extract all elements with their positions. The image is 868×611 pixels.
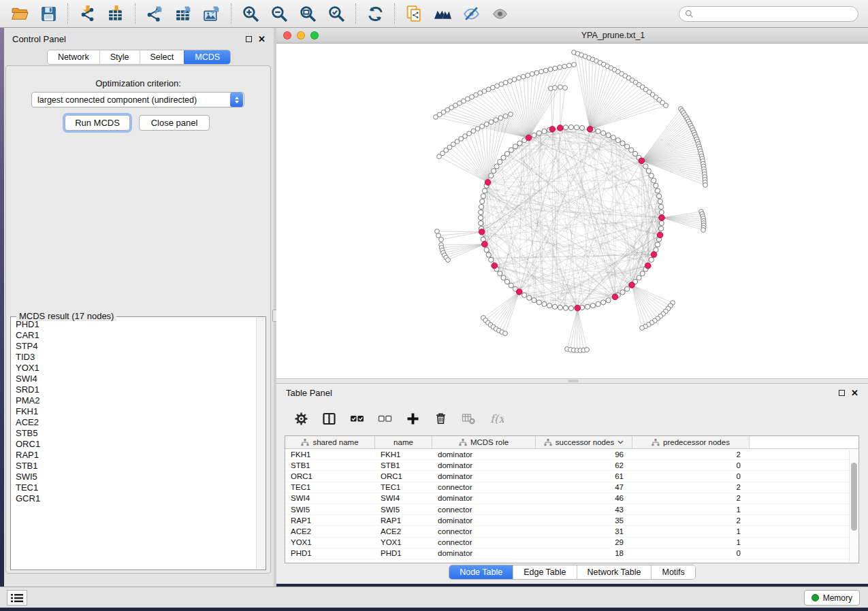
network-node[interactable] — [640, 326, 645, 331]
network-node[interactable] — [542, 129, 547, 133]
mcds-dominator-node[interactable] — [485, 180, 491, 186]
network-node[interactable] — [658, 204, 663, 209]
network-node[interactable] — [494, 164, 499, 169]
list-item[interactable]: GCR1 — [12, 493, 256, 504]
close-panel-button[interactable]: Close panel — [139, 115, 210, 131]
network-node[interactable] — [563, 86, 568, 90]
mcds-dominator-node[interactable] — [587, 127, 593, 133]
mcds-dominator-node[interactable] — [645, 263, 651, 269]
network-node[interactable] — [596, 301, 600, 306]
table-row[interactable]: TEC1TEC1connector472 — [285, 482, 858, 493]
tab-network[interactable]: Network — [48, 50, 99, 64]
network-node[interactable] — [547, 303, 552, 308]
network-node[interactable] — [585, 304, 590, 309]
task-history-button[interactable] — [7, 590, 27, 606]
network-node[interactable] — [534, 71, 539, 76]
table-row[interactable]: YOX1YOX1connector291 — [285, 538, 858, 548]
list-item[interactable]: FKH1 — [12, 406, 256, 417]
search-input[interactable] — [698, 9, 852, 18]
network-node[interactable] — [495, 84, 500, 88]
network-node[interactable] — [643, 164, 648, 169]
column-header-MCDS-role[interactable]: MCDS role — [432, 436, 536, 448]
search-field[interactable] — [679, 6, 858, 22]
close-panel-icon[interactable]: ✕ — [258, 35, 266, 44]
list-item[interactable]: STP4 — [12, 341, 256, 352]
table-row[interactable]: STB1STB1dominator620 — [285, 460, 858, 471]
result-list-scrollbar[interactable] — [256, 318, 265, 569]
network-node[interactable] — [475, 127, 480, 131]
list-item[interactable]: PHD1 — [12, 319, 256, 330]
network-node[interactable] — [536, 300, 541, 305]
network-node[interactable] — [649, 174, 654, 178]
column-header-successor-nodes[interactable]: successor nodes — [536, 436, 632, 448]
list-item[interactable]: ACE2 — [12, 417, 256, 428]
network-node[interactable] — [596, 129, 600, 133]
settings-button[interactable] — [293, 410, 309, 427]
list-item[interactable]: SRD1 — [12, 384, 256, 395]
network-node[interactable] — [498, 271, 502, 276]
network-node[interactable] — [521, 74, 526, 79]
network-node[interactable] — [489, 174, 494, 178]
network-node[interactable] — [629, 148, 634, 152]
list-item[interactable]: PMA2 — [12, 395, 256, 406]
network-node[interactable] — [601, 131, 606, 135]
float-panel-icon[interactable] — [246, 36, 252, 42]
zoom-in-button[interactable] — [236, 2, 265, 25]
list-item[interactable]: RAP1 — [12, 450, 256, 461]
network-node[interactable] — [632, 151, 637, 156]
network-node[interactable] — [480, 124, 485, 129]
export-image-button[interactable] — [197, 2, 226, 25]
tab-edge-table[interactable]: Edge Table — [513, 565, 576, 579]
tab-network-table[interactable]: Network Table — [577, 565, 652, 579]
network-node[interactable] — [478, 215, 483, 220]
splitter-grip[interactable] — [568, 380, 579, 382]
network-node[interactable] — [624, 144, 629, 149]
hide-selected-button[interactable] — [457, 2, 485, 25]
network-node[interactable] — [539, 69, 544, 74]
network-node[interactable] — [657, 194, 662, 199]
network-node[interactable] — [522, 293, 527, 297]
column-header-predecessor-nodes[interactable]: predecessor nodes — [632, 436, 750, 448]
network-node[interactable] — [517, 76, 521, 80]
deselect-all-button[interactable] — [376, 410, 393, 427]
network-node[interactable] — [467, 131, 472, 136]
mcds-dominator-node[interactable] — [492, 263, 498, 269]
close-panel-icon[interactable]: ✕ — [851, 389, 858, 397]
network-node[interactable] — [568, 306, 573, 310]
table-row[interactable]: RAP1RAP1dominator352 — [285, 515, 858, 526]
network-node[interactable] — [655, 242, 660, 247]
network-node[interactable] — [501, 276, 506, 280]
mcds-dominator-node[interactable] — [557, 125, 563, 131]
list-item[interactable]: SWI4 — [12, 374, 256, 384]
network-node[interactable] — [530, 71, 534, 76]
network-node[interactable] — [513, 144, 517, 149]
network-node[interactable] — [703, 183, 708, 188]
mcds-dominator-node[interactable] — [659, 215, 665, 221]
export-table-button[interactable] — [169, 2, 197, 25]
select-all-button[interactable] — [349, 410, 365, 427]
delete-table-button[interactable] — [460, 410, 477, 427]
network-node[interactable] — [572, 63, 577, 67]
float-panel-icon[interactable] — [839, 390, 845, 396]
network-node[interactable] — [532, 298, 536, 303]
table-row[interactable]: ACE2ACE2connector311 — [285, 526, 858, 537]
network-node[interactable] — [615, 138, 620, 143]
network-node[interactable] — [658, 226, 663, 231]
network-node[interactable] — [558, 305, 562, 310]
network-node[interactable] — [501, 155, 506, 160]
network-node[interactable] — [503, 80, 508, 85]
network-node[interactable] — [553, 66, 558, 71]
list-item[interactable]: STB5 — [12, 428, 256, 439]
network-node[interactable] — [563, 125, 568, 130]
network-node[interactable] — [562, 64, 567, 69]
network-node[interactable] — [498, 159, 502, 164]
network-node[interactable] — [512, 77, 517, 82]
network-node[interactable] — [640, 271, 645, 276]
network-node[interactable] — [654, 183, 658, 188]
list-item[interactable]: YOX1 — [12, 363, 256, 374]
network-node[interactable] — [532, 133, 536, 137]
run-mcds-button[interactable]: Run MCDS — [65, 115, 130, 131]
network-node[interactable] — [611, 135, 615, 140]
table-row[interactable]: FKH1FKH1dominator962 — [285, 449, 858, 460]
network-from-selection-button[interactable] — [400, 2, 428, 25]
